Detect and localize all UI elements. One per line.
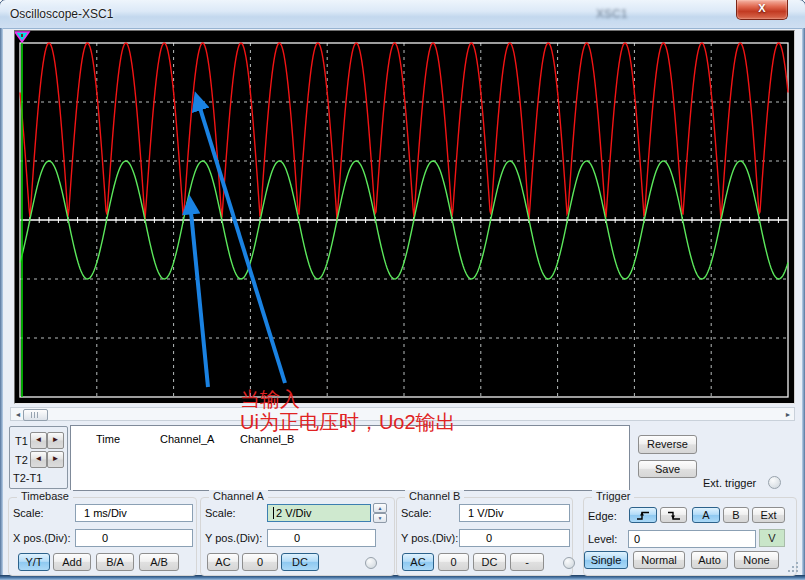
channel-a-output-uo2 xyxy=(20,43,788,220)
reverse-button[interactable]: Reverse xyxy=(638,435,697,454)
trigger-source-b-button[interactable]: B xyxy=(723,507,749,523)
channel-b-group: Channel B Scale: 1 V/Div Y pos.(Div): 0 … xyxy=(396,497,573,576)
ext-trigger-indicator-light xyxy=(768,476,781,489)
trigger-mode-none-button[interactable]: None xyxy=(734,551,779,569)
channel-b-ypos-label: Y pos.(Div): xyxy=(401,532,458,544)
timebase-mode-ab-button[interactable]: A/B xyxy=(139,553,179,571)
t2-left-button[interactable]: ◄ xyxy=(30,451,47,468)
trigger-level-label: Level: xyxy=(588,533,617,545)
channel-b-scale-label: Scale: xyxy=(401,507,432,519)
scale-spinner-down-icon[interactable]: ▼ xyxy=(373,513,387,523)
rising-edge-button[interactable] xyxy=(629,507,657,523)
trigger-mode-normal-button[interactable]: Normal xyxy=(633,551,685,569)
waveform-display xyxy=(15,31,792,401)
channel-b-indicator-light xyxy=(563,557,575,569)
close-button[interactable]: X xyxy=(736,0,788,20)
t2-t1-label: T2-T1 xyxy=(13,472,42,484)
window-title: Oscilloscope-XSC1 xyxy=(10,7,113,21)
channel-a-indicator-light xyxy=(365,557,377,569)
channel-b-ac-button[interactable]: AC xyxy=(402,553,434,571)
t2-right-button[interactable]: ► xyxy=(47,451,64,468)
t1-right-button[interactable]: ► xyxy=(47,432,64,449)
timebase-scale-field[interactable]: 1 ms/Div xyxy=(75,504,193,522)
scale-spinner-up-icon[interactable]: ▲ xyxy=(373,503,387,513)
thumb-grip-icon xyxy=(31,412,39,418)
channel-a-dc-button[interactable]: DC xyxy=(281,553,319,571)
measurement-list[interactable]: Time Channel_A Channel_B xyxy=(70,425,630,491)
channel-b-scale-field[interactable]: 1 V/Div xyxy=(459,504,570,522)
channel-a-scale-value: 2 V/Div xyxy=(276,507,311,519)
channel-a-0-button[interactable]: 0 xyxy=(242,553,278,571)
save-button[interactable]: Save xyxy=(638,460,697,478)
timebase-group: Timebase Scale: 1 ms/Div X pos.(Div): 0 … xyxy=(8,497,197,576)
channel-b-0-button[interactable]: 0 xyxy=(438,553,469,571)
rising-edge-icon xyxy=(636,510,650,521)
text-caret xyxy=(273,507,274,519)
oscilloscope-screen xyxy=(14,30,795,404)
annotation-line2: Ui为正电压时，Uo2输出 xyxy=(240,411,456,434)
trigger-title: Trigger xyxy=(592,490,634,502)
schematic-watermark: XSC1 xyxy=(596,7,627,21)
trigger-group: Trigger Edge: A B Ext Level: 0 V Single … xyxy=(583,497,797,576)
ext-trigger-label: Ext. trigger xyxy=(703,477,756,489)
channel-a-scale-label: Scale: xyxy=(205,507,236,519)
trigger-level-unit: V xyxy=(759,529,785,547)
resize-grip[interactable] xyxy=(786,560,800,574)
falling-edge-icon xyxy=(667,510,681,521)
trigger-mode-single-button[interactable]: Single xyxy=(584,551,628,569)
timebase-mode-yt-button[interactable]: Y/T xyxy=(18,553,50,571)
trigger-source-a-button[interactable]: A xyxy=(692,507,720,523)
oscilloscope-window: Oscilloscope-XSC1 XSC1 X 当输入 Ui为正电压时，Uo2… xyxy=(0,0,805,580)
channel-a-scale-field[interactable]: 2 V/Div xyxy=(267,504,371,522)
channel-a-ypos-field[interactable]: 0 xyxy=(267,529,376,547)
trigger-source-ext-button[interactable]: Ext xyxy=(752,507,785,523)
annotation-text: 当输入 Ui为正电压时，Uo2输出 xyxy=(240,388,456,434)
channel-b-ypos-field[interactable]: 0 xyxy=(459,529,570,547)
channel-b-minus-button[interactable]: - xyxy=(510,553,544,571)
t1-label: T1 xyxy=(15,435,28,447)
column-time: Time xyxy=(96,433,120,445)
channel-a-ac-button[interactable]: AC xyxy=(207,553,239,571)
title-bar[interactable]: Oscilloscope-XSC1 XSC1 X xyxy=(0,0,805,29)
annotation-line1: 当输入 xyxy=(240,388,456,411)
channel-a-ypos-label: Y pos.(Div): xyxy=(205,532,262,544)
t1-left-button[interactable]: ◄ xyxy=(30,432,47,449)
trigger-edge-label: Edge: xyxy=(588,510,617,522)
timebase-mode-add-button[interactable]: Add xyxy=(53,553,91,571)
column-channel-a: Channel_A xyxy=(160,433,214,445)
trigger-mode-auto-button[interactable]: Auto xyxy=(691,551,728,569)
timebase-mode-ba-button[interactable]: B/A xyxy=(96,553,134,571)
window-border-left xyxy=(0,28,3,575)
trigger-level-field[interactable]: 0 xyxy=(628,530,756,548)
scrollbar-thumb[interactable] xyxy=(23,409,48,421)
cursor-control-box: T1 ◄ ► T2 ◄ ► T2-T1 xyxy=(9,426,68,489)
channel-a-title: Channel A xyxy=(209,490,268,502)
channel-b-title: Channel B xyxy=(405,490,464,502)
timebase-xpos-field[interactable]: 0 xyxy=(75,529,193,547)
timebase-xpos-label: X pos.(Div): xyxy=(13,532,70,544)
channel-a-group: Channel A Scale: 2 V/Div ▲ ▼ Y pos.(Div)… xyxy=(200,497,395,576)
t2-label: T2 xyxy=(15,454,28,466)
column-channel-b: Channel_B xyxy=(240,433,294,445)
scroll-left-icon[interactable]: ◄ xyxy=(13,410,23,419)
falling-edge-button[interactable] xyxy=(660,507,687,523)
timebase-scale-label: Scale: xyxy=(13,507,44,519)
scroll-right-icon[interactable]: ► xyxy=(783,410,793,419)
channel-b-dc-button[interactable]: DC xyxy=(473,553,506,571)
timebase-title: Timebase xyxy=(17,490,73,502)
